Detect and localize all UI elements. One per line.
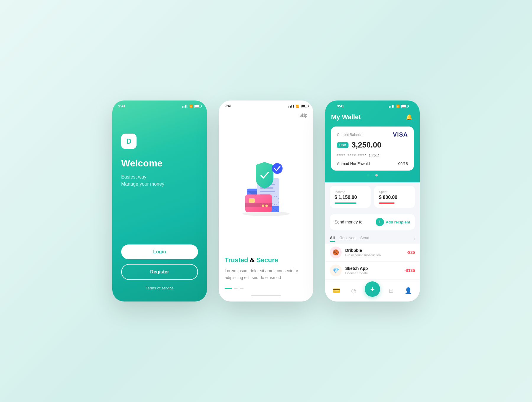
wallet-header: 9:41 📶 My xyxy=(325,100,420,182)
visa-logo: VISA xyxy=(393,131,408,138)
status-bar-2: 9:41 📶 xyxy=(219,100,313,110)
add-circle-icon: + xyxy=(376,218,384,226)
transactions-more-icon[interactable]: › xyxy=(413,236,415,241)
tab-send[interactable]: Send xyxy=(360,236,369,242)
card-footer: Ahmad Nur Fawaid 09/18 xyxy=(337,161,408,166)
security-illustration xyxy=(231,156,301,221)
tab-all[interactable]: All xyxy=(330,236,335,242)
battery-icon-1 xyxy=(194,105,201,108)
wallet-nav-icon[interactable]: 💳 xyxy=(331,285,343,296)
stats-row: Income $ 1,150.00 Spent $ 800.00 xyxy=(325,182,420,211)
balance-amount: 3,250.00 xyxy=(351,140,381,150)
signal-icon-3 xyxy=(389,105,394,108)
sketch-info: Sketch App License Update xyxy=(345,266,401,275)
transaction-item-sketch[interactable]: 💎 Sketch App License Update -$135 xyxy=(325,262,420,279)
dribbble-name: Dribbble xyxy=(345,248,403,253)
onboarding-description: Lorem ipsum dolor sit amet, consectetur … xyxy=(225,268,307,281)
bottom-indicator-bar xyxy=(251,295,281,296)
card-dot-3 xyxy=(375,174,378,176)
add-recipient-button[interactable]: + Add recipient xyxy=(376,218,410,226)
signal-icon-2 xyxy=(288,105,294,108)
wallet-screen: 9:41 📶 My xyxy=(325,100,420,302)
card-header: Current Balance VISA xyxy=(337,131,408,138)
spent-label: Spent xyxy=(379,190,410,194)
page-indicator xyxy=(225,288,307,289)
card-dot-2 xyxy=(371,174,374,176)
currency-badge: USD xyxy=(337,142,348,148)
card-holder-name: Ahmad Nur Fawaid xyxy=(337,161,370,166)
status-icons-1: 📶 xyxy=(182,105,201,108)
onboarding-phone: 9:41 📶 Skip xyxy=(219,100,313,302)
status-bar-3: 9:41 📶 xyxy=(331,100,414,110)
dot-1 xyxy=(225,288,232,289)
welcome-title: Welcome xyxy=(121,158,198,169)
wifi-icon-2: 📶 xyxy=(296,105,299,108)
income-bar xyxy=(335,202,356,204)
transactions-header: All Received Send › xyxy=(325,233,420,244)
svg-rect-14 xyxy=(245,203,272,207)
dot-3 xyxy=(240,288,244,289)
svg-rect-9 xyxy=(260,191,275,192)
time-1: 9:41 xyxy=(118,104,125,108)
battery-icon-2 xyxy=(301,105,307,108)
sketch-amount: -$135 xyxy=(404,268,415,273)
dot-2 xyxy=(234,288,238,289)
illustration-area xyxy=(225,121,307,256)
wallet-title: My Wallet xyxy=(331,113,361,121)
add-recipient-label: Add recipient xyxy=(386,220,410,224)
wifi-icon-1: 📶 xyxy=(189,105,193,108)
card-dot-1 xyxy=(367,174,369,176)
card-expiry: 09/18 xyxy=(398,161,408,166)
profile-nav-icon[interactable]: 👤 xyxy=(402,285,414,296)
chart-nav-icon[interactable]: ◔ xyxy=(348,285,359,296)
card-number: **** **** **** 1234 xyxy=(337,153,408,158)
transaction-item-dribbble[interactable]: 🏀 Dribbble Pro account subscription -$25 xyxy=(325,244,420,261)
terms-link[interactable]: Terms of service xyxy=(121,286,198,299)
qr-nav-icon[interactable]: ⊞ xyxy=(385,285,397,296)
skip-button[interactable]: Skip xyxy=(299,110,307,121)
card-balance-row: USD 3,250.00 xyxy=(337,140,408,150)
add-nav-button[interactable]: + xyxy=(365,281,380,297)
svg-rect-13 xyxy=(249,198,255,203)
welcome-screen: D Welcome Easiest way Manage your money … xyxy=(112,110,207,299)
welcome-phone: 9:41 📶 D Welcome Easiest way xyxy=(112,100,207,302)
tab-received[interactable]: Received xyxy=(340,236,356,242)
title-secure: Secure xyxy=(257,256,278,264)
dribbble-info: Dribbble Pro account subscription xyxy=(345,248,403,257)
dribbble-desc: Pro account subscription xyxy=(345,253,403,257)
signal-icon-1 xyxy=(182,105,187,108)
send-money-container: Send money to + Add recipient xyxy=(325,211,420,233)
time-2: 9:41 xyxy=(225,104,232,108)
status-icons-3: 📶 xyxy=(389,105,408,108)
login-button[interactable]: Login xyxy=(121,244,198,259)
onboarding-title: Trusted & Secure xyxy=(225,256,307,264)
income-amount: $ 1,150.00 xyxy=(335,195,366,200)
wifi-icon-3: 📶 xyxy=(396,105,400,108)
dribbble-amount: -$25 xyxy=(407,250,415,255)
spent-amount: $ 800.00 xyxy=(379,195,410,200)
sketch-name: Sketch App xyxy=(345,266,401,271)
bottom-navigation: 💳 ◔ + ⊞ 👤 xyxy=(325,281,420,302)
dribbble-icon: 🏀 xyxy=(330,247,342,258)
spent-bar xyxy=(379,202,395,204)
onboarding-screen: Skip xyxy=(219,110,313,299)
app-logo: D xyxy=(121,134,137,149)
send-money-row: Send money to + Add recipient xyxy=(330,214,415,230)
notification-bell-icon[interactable]: 🔔 xyxy=(404,112,414,122)
battery-icon-3 xyxy=(401,105,408,108)
svg-point-17 xyxy=(272,163,283,174)
transaction-tabs: All Received Send xyxy=(330,236,369,242)
send-money-label: Send money to xyxy=(335,220,362,224)
welcome-subtitle: Easiest way Manage your money xyxy=(121,174,198,188)
svg-point-16 xyxy=(265,205,268,207)
title-trusted: Trusted xyxy=(225,256,248,264)
sketch-icon: 💎 xyxy=(330,265,342,276)
card-balance-label: Current Balance xyxy=(337,133,363,137)
screens-container: 9:41 📶 D Welcome Easiest way xyxy=(95,83,437,319)
wallet-title-row: My Wallet 🔔 xyxy=(331,110,414,127)
wallet-phone: 9:41 📶 My xyxy=(325,100,420,302)
income-card: Income $ 1,150.00 xyxy=(330,186,371,208)
card-dots xyxy=(331,174,414,176)
register-button[interactable]: Register xyxy=(121,264,198,280)
spent-card: Spent $ 800.00 xyxy=(374,186,415,208)
